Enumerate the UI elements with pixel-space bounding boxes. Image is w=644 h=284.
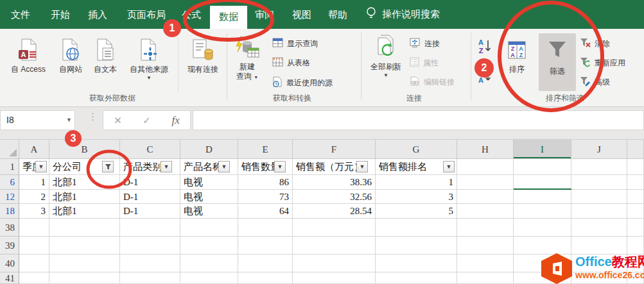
header-cell-B1[interactable]: 分公司	[49, 159, 120, 175]
cell-H38[interactable]	[457, 219, 514, 237]
filter-button[interactable]: 筛选	[539, 33, 576, 91]
cell-J39[interactable]	[571, 237, 627, 255]
cell-D18[interactable]: 电视	[180, 204, 238, 219]
from-other-sources-button[interactable]: 自其他来源 ▼	[123, 35, 175, 81]
filter-dropdown-icon[interactable]: ▼	[274, 161, 286, 172]
cell-E41[interactable]	[238, 272, 293, 284]
tab-view[interactable]: 视图	[285, 0, 318, 29]
tab-formulas[interactable]: 公式	[175, 0, 208, 29]
cell-A39[interactable]	[19, 237, 49, 255]
cell-G18[interactable]: 5	[376, 204, 457, 219]
refresh-all-button[interactable]: 全部刷新 ▼	[366, 34, 406, 78]
cell-G39[interactable]	[376, 237, 457, 255]
cell-F18[interactable]: 28.54	[293, 204, 376, 219]
row-header-12[interactable]: 12	[0, 190, 19, 204]
header-cell-D1[interactable]: 产品名称▼	[180, 159, 238, 175]
filter-dropdown-icon[interactable]: ▼	[218, 161, 230, 172]
show-queries-button[interactable]: 显示查询	[272, 38, 318, 49]
cell-F40[interactable]	[293, 255, 376, 272]
column-header-C[interactable]: C	[120, 140, 180, 159]
filter-dropdown-icon[interactable]: ▼	[356, 161, 368, 172]
cell-H40[interactable]	[457, 255, 514, 272]
cell-D38[interactable]	[180, 219, 238, 237]
tell-me-search[interactable]: 操作说明搜索	[366, 0, 440, 29]
cell-A40[interactable]	[19, 255, 49, 272]
row-header-41[interactable]: 41	[0, 272, 19, 284]
row-header-18[interactable]: 18	[0, 204, 19, 219]
advanced-filter-button[interactable]: 高级	[580, 76, 610, 88]
cell-B6[interactable]: 北部1	[49, 175, 120, 190]
header-cell-E1[interactable]: 销售数量▼	[238, 159, 293, 175]
tab-home[interactable]: 开始	[44, 0, 77, 29]
cell-J1[interactable]	[571, 159, 627, 175]
cell-D6[interactable]: 电视	[180, 175, 238, 190]
row-header-38[interactable]: 38	[0, 219, 19, 237]
cell-E6[interactable]: 86	[238, 175, 293, 190]
cell-J38[interactable]	[571, 219, 627, 237]
cell-F6[interactable]: 38.36	[293, 175, 376, 190]
from-text-button[interactable]: 自文本	[89, 35, 122, 74]
cell-I12[interactable]	[514, 190, 571, 204]
cell-B40[interactable]	[49, 255, 120, 272]
cell-I18[interactable]	[514, 204, 571, 219]
cell-D41[interactable]	[180, 272, 238, 284]
cell-F38[interactable]	[293, 219, 376, 237]
cell-C6[interactable]: D-1	[120, 175, 180, 190]
cell-F39[interactable]	[293, 237, 376, 255]
cell-B38[interactable]	[49, 219, 120, 237]
cell-A18[interactable]: 3	[19, 204, 49, 219]
cell-I6[interactable]	[514, 175, 571, 190]
row-header-1[interactable]: 1	[0, 159, 19, 175]
cell-G38[interactable]	[376, 219, 457, 237]
column-header-E[interactable]: E	[238, 140, 293, 159]
cell-D12[interactable]: 电视	[180, 190, 238, 204]
name-box[interactable]: I8 ▼	[0, 110, 75, 130]
active-filter-funnel-icon[interactable]	[102, 161, 114, 172]
cell-D40[interactable]	[180, 255, 238, 272]
tab-data[interactable]: 数据	[210, 6, 247, 29]
from-access-button[interactable]: A 自 Access	[4, 35, 53, 74]
formula-bar-drag-handle[interactable]: ⋮	[88, 112, 98, 121]
cell-G40[interactable]	[376, 255, 457, 272]
sort-button[interactable]: ZAAZ 排序	[500, 35, 534, 74]
filter-dropdown-icon[interactable]: ▼	[443, 161, 455, 172]
reapply-filter-button[interactable]: 重新应用	[580, 57, 625, 69]
cell-H1[interactable]	[457, 159, 514, 175]
row-header-6[interactable]: 6	[0, 175, 19, 190]
cell-G6[interactable]: 1	[376, 175, 457, 190]
header-cell-G1[interactable]: 销售额排名▼	[376, 159, 457, 175]
column-header-I[interactable]: I	[514, 140, 571, 159]
select-all-corner[interactable]	[0, 140, 19, 159]
cell-D39[interactable]	[180, 237, 238, 255]
cell-E12[interactable]: 73	[238, 190, 293, 204]
cell-I1[interactable]	[514, 159, 571, 175]
cell-H18[interactable]	[457, 204, 514, 219]
name-box-dropdown-icon[interactable]: ▼	[66, 111, 72, 129]
column-header-F[interactable]: F	[293, 140, 376, 159]
insert-function-icon[interactable]: fx	[171, 114, 179, 127]
column-header-A[interactable]: A	[19, 140, 49, 159]
row-header-39[interactable]: 39	[0, 237, 19, 255]
cell-A41[interactable]	[19, 272, 49, 284]
cell-H39[interactable]	[457, 237, 514, 255]
cell-F41[interactable]	[293, 272, 376, 284]
new-query-button[interactable]: 新建 查询 ▼	[230, 34, 265, 81]
cell-F12[interactable]: 32.56	[293, 190, 376, 204]
sort-descending-button[interactable]: ZA	[476, 67, 493, 86]
tab-help[interactable]: 帮助	[321, 0, 354, 29]
cell-J18[interactable]	[571, 204, 627, 219]
cell-C40[interactable]	[120, 255, 180, 272]
cell-E38[interactable]	[238, 219, 293, 237]
cell-B39[interactable]	[49, 237, 120, 255]
cell-G12[interactable]: 3	[376, 190, 457, 204]
cell-H6[interactable]	[457, 175, 514, 190]
tab-file[interactable]: 文件	[4, 0, 37, 29]
cell-I38[interactable]	[514, 219, 571, 237]
cell-C39[interactable]	[120, 237, 180, 255]
column-header-H[interactable]: H	[457, 140, 514, 159]
sort-ascending-button[interactable]: AZ	[476, 38, 493, 56]
cell-I39[interactable]	[514, 237, 571, 255]
tab-insert[interactable]: 插入	[81, 0, 114, 29]
cell-C12[interactable]: D-1	[120, 190, 180, 204]
cell-E18[interactable]: 64	[238, 204, 293, 219]
